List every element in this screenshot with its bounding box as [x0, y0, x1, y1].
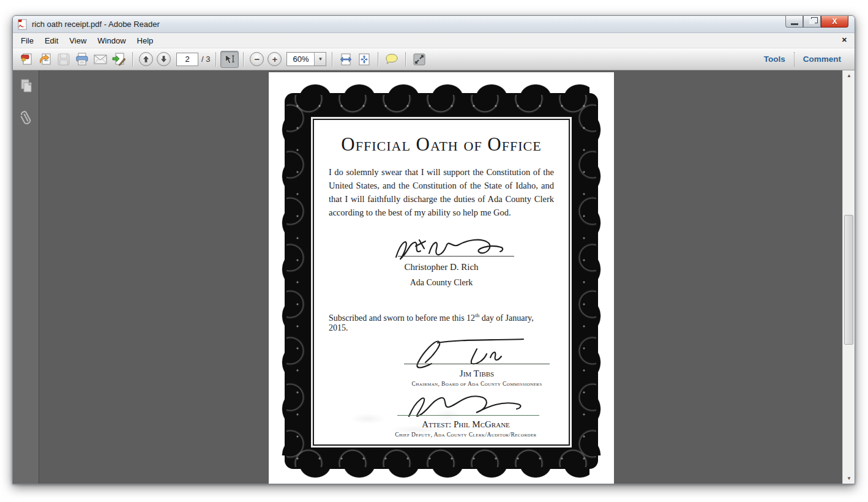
page-up-icon [142, 55, 150, 63]
comment-bubble-icon [384, 52, 399, 67]
email-button[interactable] [91, 51, 110, 68]
minimize-icon [791, 23, 798, 25]
signer-title: Ada County Clerk [410, 278, 473, 288]
window-controls: X [785, 16, 848, 28]
restore-button[interactable] [803, 16, 821, 28]
fullscreen-button[interactable] [410, 51, 428, 68]
zoom-level-value: 60% [287, 54, 314, 64]
zoom-out-button[interactable]: − [250, 52, 264, 66]
adobe-reader-window: rich oath receipt.pdf - Adobe Reader X F… [12, 15, 855, 484]
vertical-scrollbar[interactable]: ▲ ▼ [842, 70, 855, 484]
fit-page-icon [357, 52, 372, 67]
menu-bar: File Edit View Window Help ✕ [13, 33, 855, 48]
scroll-down-button[interactable]: ▼ [843, 473, 855, 484]
signature-rich [389, 233, 511, 264]
save-button[interactable] [54, 51, 73, 68]
restore-icon [809, 19, 815, 24]
toolbar-separator [243, 52, 244, 67]
toolbar-separator [332, 52, 332, 67]
scrollbar-thumb[interactable] [844, 215, 853, 345]
document-viewport[interactable]: Official Oath of Office I do solemnly sw… [40, 70, 842, 484]
zoom-dropdown-button[interactable]: ▼ [314, 53, 326, 66]
navigation-pane [13, 70, 39, 484]
page-down-icon [160, 55, 168, 63]
toolbar: / 3 − + 60% ▼ [13, 48, 855, 70]
fullscreen-icon [412, 52, 427, 67]
signature-line [404, 364, 550, 364]
page-thumbnails-button[interactable] [13, 74, 39, 99]
scroll-down-icon: ▼ [847, 476, 851, 481]
page-number-input[interactable] [176, 53, 198, 66]
fit-page-button[interactable] [355, 51, 373, 68]
window-title: rich oath receipt.pdf - Adobe Reader [32, 20, 160, 29]
email-icon [93, 52, 108, 67]
certificate-content: Official Oath of Office I do solemnly sw… [313, 119, 570, 446]
open-icon [20, 52, 34, 67]
attachments-button[interactable] [13, 106, 39, 130]
pdf-page[interactable]: Official Oath of Office I do solemnly sw… [269, 72, 614, 484]
previous-page-button[interactable] [139, 52, 153, 66]
tools-panel-button[interactable]: Tools [755, 54, 794, 64]
minimize-button[interactable] [785, 16, 803, 28]
scroll-up-icon: ▲ [847, 73, 851, 78]
save-as-button[interactable] [36, 51, 54, 68]
fit-width-button[interactable] [337, 51, 355, 68]
scan-smudge [320, 404, 479, 441]
signature-tibbs [403, 335, 550, 371]
save-as-icon [38, 52, 53, 67]
toolbar-separator [132, 52, 133, 67]
menu-window[interactable]: Window [92, 34, 131, 47]
toolbar-separator [378, 52, 378, 67]
page-count-label: / 3 [201, 54, 210, 64]
select-tool-icon [223, 53, 236, 66]
open-button[interactable] [18, 51, 36, 68]
oath-text: I do solemnly swear that I will support … [329, 165, 554, 219]
comment-panel-button[interactable]: Comment [795, 54, 850, 64]
next-page-button[interactable] [157, 52, 171, 66]
signer-name: Jim Tibbs [460, 369, 494, 379]
sworn-statement: Subscribed and sworn to before me this 1… [329, 312, 554, 333]
close-document-icon[interactable]: ✕ [842, 36, 847, 44]
select-tool-button[interactable] [220, 51, 239, 68]
close-icon: X [832, 17, 837, 26]
signature-block-rich: Christopher D. Rich Ada County Clerk [329, 233, 554, 288]
certificate-title: Official Oath of Office [329, 133, 554, 155]
plus-icon: + [272, 54, 278, 64]
toolbar-separator [405, 52, 406, 67]
zoom-in-button[interactable]: + [268, 52, 282, 66]
signer-title: Chairman, Board of Ada County Commission… [412, 381, 542, 387]
sworn-text: Subscribed and sworn to before me this 1… [329, 313, 475, 323]
certificate-border-bottom [293, 466, 589, 484]
paperclip-icon [18, 109, 34, 127]
signature-block-tibbs: Jim Tibbs Chairman, Board of Ada County … [329, 335, 554, 387]
print-icon [75, 52, 89, 67]
close-button[interactable]: X [821, 16, 848, 28]
page-thumbnails-icon [19, 78, 34, 94]
main-area: Official Oath of Office I do solemnly sw… [13, 70, 855, 484]
zoom-level-combo[interactable]: 60% ▼ [286, 52, 326, 66]
minus-icon: − [255, 54, 260, 64]
save-icon [56, 52, 71, 67]
menu-help[interactable]: Help [132, 34, 159, 47]
signature-line [398, 256, 514, 257]
sign-button[interactable] [110, 51, 128, 68]
pdf-file-icon [17, 19, 28, 30]
print-button[interactable] [73, 51, 91, 68]
title-bar[interactable]: rich oath receipt.pdf - Adobe Reader X [13, 16, 855, 33]
sign-icon [111, 52, 126, 67]
toolbar-separator [215, 52, 216, 67]
fit-width-icon [339, 52, 353, 67]
scroll-up-button[interactable]: ▲ [843, 70, 855, 81]
menu-view[interactable]: View [64, 34, 92, 47]
menu-edit[interactable]: Edit [39, 34, 64, 47]
chevron-down-icon: ▼ [318, 56, 323, 62]
menu-file[interactable]: File [15, 34, 39, 47]
comment-button[interactable] [383, 51, 401, 68]
